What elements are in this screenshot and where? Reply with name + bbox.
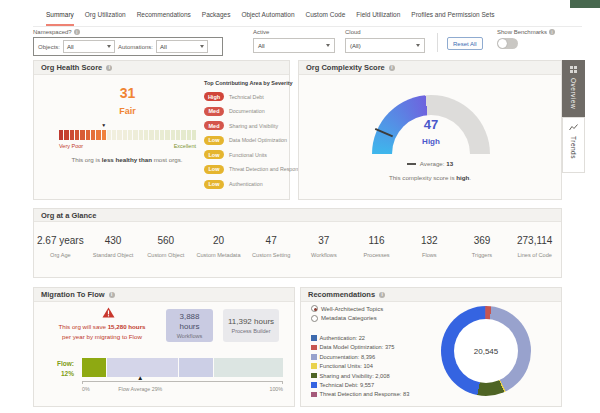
- flow-bar-segment: [82, 358, 106, 377]
- metric-value: 273,114: [508, 235, 561, 246]
- panel-header: Org Complexity Scorei: [299, 61, 561, 75]
- contributor-row: MedSharing and Visibility: [204, 121, 290, 130]
- chevron-down-icon: [326, 44, 330, 47]
- severity-badge: High: [204, 92, 224, 101]
- contributor-row: LowFunctional Units: [204, 150, 290, 159]
- panel-body: This org will save 15,280 hours per year…: [34, 302, 294, 406]
- glance-metric: 273,114Lines of Code: [508, 235, 561, 258]
- donut-total: 20,545: [474, 347, 498, 356]
- health-bar-segment: [112, 130, 116, 140]
- active-filter-group: Active All: [253, 29, 335, 53]
- metric-value: 369: [456, 235, 509, 246]
- recommendations-donut: 20,545: [441, 306, 531, 396]
- automations-select[interactable]: All: [156, 40, 208, 53]
- contributor-label: Threat Detection and Response: [229, 166, 304, 172]
- tab-overview[interactable]: Overview: [562, 60, 585, 117]
- health-score-value: 31: [59, 85, 196, 101]
- legend-text: Threat Detection and Response: 83: [320, 391, 410, 397]
- contributor-label: Sharing and Visibility: [229, 123, 278, 129]
- process-builder-hours-label: Process Builder: [231, 328, 270, 334]
- flow-bar-segment: [214, 358, 283, 377]
- legend-text: Documentation: 8,396: [320, 354, 376, 360]
- info-icon[interactable]: i: [106, 65, 112, 71]
- glance-metric: 20Custom Metadata: [192, 235, 245, 258]
- objects-select[interactable]: All: [63, 40, 115, 53]
- workflows-hours-value: 3,888: [179, 312, 199, 322]
- process-builder-hours-box: 11,392 hours Process Builder: [223, 309, 279, 342]
- health-score-bar: [59, 130, 196, 140]
- active-label: Active: [253, 29, 335, 35]
- glance-metric: 47Custom Setting: [245, 235, 298, 258]
- tab-object-automation[interactable]: Object Automation: [241, 11, 294, 26]
- flow-axis: [82, 381, 283, 384]
- workflows-hours-unit: hours: [179, 322, 199, 332]
- health-bar-segment: [187, 130, 191, 140]
- glance-metric: 2.67 yearsOrg Age: [34, 235, 87, 258]
- health-bar-segment: [123, 130, 127, 140]
- glance-metrics: 2.67 yearsOrg Age430Standard Object560Cu…: [34, 222, 561, 258]
- legend-swatch: [311, 335, 317, 341]
- health-bar-segment: [181, 130, 185, 140]
- tab-trends[interactable]: Trends: [562, 117, 585, 173]
- legend-row: Threat Detection and Response: 83: [311, 391, 409, 397]
- active-select[interactable]: All: [253, 38, 335, 53]
- tab-field-utilization[interactable]: Field Utilization: [356, 11, 400, 26]
- warning-icon: [102, 307, 115, 318]
- flow-bar: [82, 358, 283, 377]
- cloud-label: Cloud: [345, 29, 425, 35]
- flow-average-label: Flow Average 29%: [105, 386, 175, 392]
- panel-title: Org Health Score: [41, 63, 102, 72]
- panel-title: Org Complexity Score: [306, 63, 385, 72]
- info-icon[interactable]: i: [74, 29, 80, 35]
- legend-row: Authentication: 22: [311, 335, 409, 341]
- legend-swatch: [311, 373, 317, 379]
- health-bar-segment: [192, 130, 196, 140]
- reset-all-button[interactable]: Reset All: [447, 37, 483, 50]
- flow-bar-segment: [179, 358, 213, 377]
- legend-row: Functional Units: 104: [311, 363, 409, 369]
- info-icon[interactable]: i: [389, 65, 395, 71]
- contributor-label: Documentation: [229, 108, 265, 114]
- tab-packages[interactable]: Packages: [202, 11, 231, 26]
- donut-center: 20,545: [454, 319, 518, 383]
- show-benchmarks-toggle[interactable]: [497, 38, 518, 49]
- tab-org-utilization[interactable]: Org Utilization: [85, 11, 126, 26]
- tab-profiles-and-permission-sets[interactable]: Profiles and Permission Sets: [411, 11, 494, 26]
- namespaced-filter-group: Namespaced?i Objects: All Automations: A…: [33, 29, 223, 56]
- radio-selected-icon: [311, 305, 318, 312]
- automations-label: Automations:: [118, 44, 153, 50]
- metric-label: Custom Object: [139, 252, 192, 258]
- tab-recommendations[interactable]: Recommendations: [137, 11, 191, 26]
- org-at-a-glance-panel: Org at a Glance 2.67 yearsOrg Age430Stan…: [33, 208, 562, 278]
- health-bar-segment: [107, 130, 111, 140]
- info-icon[interactable]: i: [109, 292, 115, 298]
- panel-body: 31 Fair ▼ Very Poor Excellent This org i…: [34, 75, 289, 199]
- cloud-select[interactable]: (All): [345, 38, 425, 53]
- radio-option[interactable]: Metadata Categories: [311, 315, 383, 322]
- contributors: Top Contributing Area by Severity HighTe…: [204, 80, 290, 194]
- contributor-row: MedDocumentation: [204, 107, 290, 116]
- health-bar-segment: [155, 130, 159, 140]
- objects-label: Objects:: [38, 44, 60, 50]
- info-icon[interactable]: i: [549, 29, 555, 35]
- workflows-hours-box: 3,888 hours Workflows: [166, 309, 213, 342]
- radio-option[interactable]: Well-Architected Topics: [311, 305, 383, 312]
- contributors-title: Top Contributing Area by Severity: [204, 80, 290, 86]
- legend-text: Technical Debt: 9,557: [320, 382, 375, 388]
- radio-label: Well-Architected Topics: [321, 306, 383, 312]
- recommendations-radios: Well-Architected TopicsMetadata Categori…: [311, 305, 383, 324]
- contributor-row: HighTechnical Debt: [204, 92, 290, 101]
- health-bar-segment: [80, 130, 84, 140]
- metric-label: Lines of Code: [508, 252, 561, 258]
- contributor-row: LowThreat Detection and Response: [204, 165, 290, 174]
- tab-custom-code[interactable]: Custom Code: [306, 11, 346, 26]
- metric-value: 47: [245, 235, 298, 246]
- glance-metric: 560Custom Object: [139, 235, 192, 258]
- tab-summary[interactable]: Summary: [46, 11, 74, 26]
- severity-badge: Low: [204, 150, 224, 159]
- metric-value: 560: [139, 235, 192, 246]
- info-icon[interactable]: i: [379, 292, 385, 298]
- health-bar-segment: [144, 130, 148, 140]
- metric-label: Triggers: [456, 252, 509, 258]
- namespaced-box: Objects: All Automations: All: [33, 37, 223, 56]
